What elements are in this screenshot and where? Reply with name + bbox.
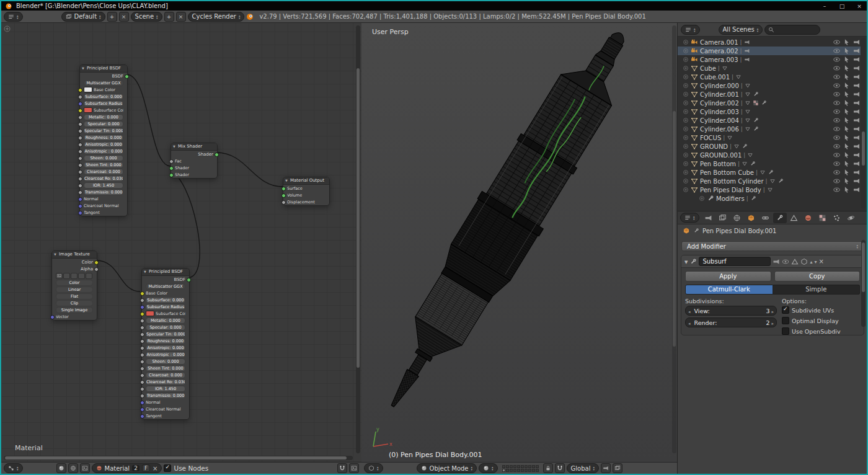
- input-socket[interactable]: [140, 387, 144, 391]
- visibility-eye-icon[interactable]: [833, 186, 841, 193]
- opengl-render-anim-icon[interactable]: [613, 463, 622, 473]
- modifier-option[interactable]: Subdivide UVs: [782, 306, 860, 314]
- bsdf-field-row[interactable]: Base Color: [142, 290, 189, 296]
- outliner-row[interactable]: Pen Bottom |: [678, 159, 861, 168]
- menu-item[interactable]: [42, 12, 51, 20]
- expand-icon[interactable]: [683, 74, 689, 80]
- node-principled-bsdf-2[interactable]: Principled BSDF BSDF Multiscatter GGX Ba…: [141, 268, 190, 420]
- node-header[interactable]: Principled BSDF: [80, 65, 127, 73]
- modifier-name-input[interactable]: Subsurf: [699, 257, 771, 266]
- bsdf-field-row[interactable]: Anisotropic : 0.000: [80, 148, 127, 154]
- bsdf-field-row[interactable]: IOR: 1.450: [80, 182, 127, 189]
- menu-item[interactable]: [407, 464, 415, 472]
- expand-icon[interactable]: [683, 143, 689, 149]
- selectability-cursor-icon[interactable]: [843, 160, 851, 167]
- selectability-cursor-icon[interactable]: [843, 82, 851, 89]
- screen-layout-selector[interactable]: Default: [61, 12, 105, 22]
- properties-tab[interactable]: [773, 213, 787, 223]
- input-socket[interactable]: [78, 122, 82, 127]
- node-header[interactable]: Mix Shader: [171, 143, 217, 151]
- object-name[interactable]: GROUND.001: [700, 152, 742, 159]
- checkbox[interactable]: [782, 327, 789, 335]
- visibility-eye-icon[interactable]: [833, 125, 841, 133]
- vertical-scrollbar[interactable]: [861, 38, 866, 208]
- expand-icon[interactable]: [683, 109, 689, 115]
- input-socket[interactable]: [140, 353, 144, 357]
- visibility-eye-icon[interactable]: [833, 143, 841, 150]
- node-principled-bsdf-1[interactable]: Principled BSDF BSDF Multiscatter GGX Ba…: [79, 64, 128, 216]
- scrollbar-thumb[interactable]: [862, 242, 865, 292]
- renderability-camera-icon[interactable]: [852, 38, 861, 46]
- selectability-cursor-icon[interactable]: [843, 108, 851, 115]
- user-count-button[interactable]: 2: [132, 465, 140, 471]
- input-socket[interactable]: [140, 326, 144, 330]
- object-name[interactable]: Pen Bottom Cylinder: [700, 178, 764, 185]
- input-socket[interactable]: [78, 170, 82, 174]
- image-open-icon[interactable]: [71, 273, 78, 279]
- opengl-render-icon[interactable]: [601, 463, 611, 473]
- outliner-row[interactable]: Cylinder.006 |: [678, 125, 861, 133]
- visibility-eye-icon[interactable]: [833, 91, 841, 98]
- object-name[interactable]: GROUND: [700, 143, 728, 150]
- properties-tab[interactable]: [830, 213, 844, 223]
- outliner-row[interactable]: Cube |: [678, 64, 861, 73]
- selectability-cursor-icon[interactable]: [843, 186, 851, 193]
- expand-icon[interactable]: [683, 126, 689, 132]
- outliner-row[interactable]: Camera.002 |: [678, 47, 861, 55]
- expand-icon[interactable]: [683, 169, 689, 175]
- cage-icon[interactable]: [800, 258, 808, 265]
- bsdf-field-row[interactable]: Specular: 0.000: [80, 120, 127, 127]
- mode-dropdown[interactable]: Object Mode: [417, 463, 477, 473]
- outliner-row[interactable]: Camera.001 |: [678, 38, 861, 47]
- menu-item[interactable]: [25, 464, 32, 472]
- properties-tab[interactable]: [844, 213, 858, 223]
- renderability-camera-icon[interactable]: [852, 56, 861, 63]
- input-socket[interactable]: [140, 305, 144, 309]
- use-nodes-checkbox[interactable]: [164, 464, 171, 472]
- editor-type-info-button[interactable]: [4, 12, 23, 22]
- checkbox[interactable]: [782, 306, 789, 314]
- object-name[interactable]: Cylinder.004: [700, 117, 739, 124]
- snap-magnet-icon[interactable]: [337, 463, 347, 473]
- bsdf-field-row[interactable]: Clearcoat Ro: 0.030: [80, 175, 127, 182]
- color-swatch[interactable]: [146, 311, 154, 316]
- renderability-camera-icon[interactable]: [852, 64, 861, 72]
- menu-item[interactable]: [51, 12, 60, 20]
- node-header[interactable]: Material Output: [283, 177, 329, 185]
- visibility-eye-icon[interactable]: [833, 82, 841, 89]
- node-editor[interactable]: Principled BSDF BSDF Multiscatter GGX Ba…: [1, 23, 361, 462]
- selectability-cursor-icon[interactable]: [843, 56, 851, 63]
- selectability-cursor-icon[interactable]: [843, 143, 851, 150]
- bsdf-field-row[interactable]: Subsurface: 0.000: [80, 93, 127, 100]
- node-material-output[interactable]: Material Output Surface Volume Displacem…: [283, 177, 330, 206]
- input-socket[interactable]: [78, 129, 82, 133]
- expand-icon[interactable]: [683, 135, 689, 141]
- maximize-icon[interactable]: [838, 3, 846, 9]
- shader-output-socket[interactable]: [215, 153, 219, 157]
- input-socket[interactable]: [78, 156, 82, 161]
- visibility-eye-icon[interactable]: [833, 177, 841, 185]
- vertical-scrollbar[interactable]: [356, 25, 360, 453]
- bsdf-field-row[interactable]: Subsurface Radius: [142, 303, 189, 310]
- lock-icon[interactable]: [543, 463, 553, 473]
- bsdf-field-row[interactable]: Clearcoat: 0.000: [80, 168, 127, 175]
- viewport-shading-dropdown[interactable]: [479, 463, 498, 473]
- node-header[interactable]: Principled BSDF: [142, 269, 189, 276]
- menu-item[interactable]: [32, 464, 40, 472]
- visibility-eye-icon[interactable]: [833, 73, 841, 81]
- expand-icon[interactable]: [683, 65, 689, 71]
- input-socket[interactable]: [78, 102, 82, 106]
- texture-dropdown[interactable]: Single Image: [52, 306, 97, 313]
- input-socket[interactable]: [78, 190, 82, 195]
- texture-dropdown[interactable]: Color: [52, 279, 97, 286]
- object-name[interactable]: Cylinder.003: [700, 109, 739, 115]
- bsdf-field-row[interactable]: Roughness: 0.000: [80, 134, 127, 141]
- menu-item[interactable]: [40, 464, 47, 472]
- vector-input-socket[interactable]: [50, 315, 55, 319]
- visibility-eye-icon[interactable]: [833, 64, 841, 72]
- input-socket[interactable]: [169, 159, 174, 164]
- mix-input-row[interactable]: Shader: [171, 171, 217, 178]
- snap-magnet-icon[interactable]: [555, 463, 565, 473]
- close-icon[interactable]: [856, 3, 863, 9]
- properties-tab[interactable]: [759, 213, 773, 223]
